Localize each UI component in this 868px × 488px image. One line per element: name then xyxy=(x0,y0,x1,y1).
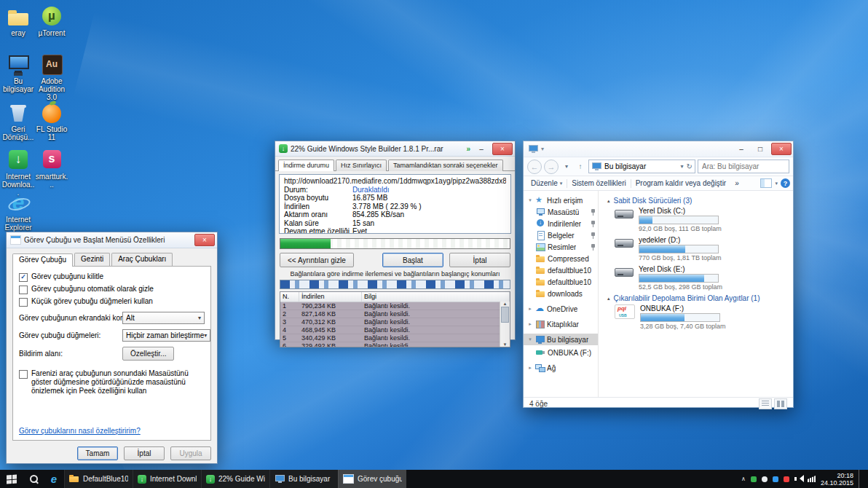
table-row[interactable]: 1790,234 KBBağlantı kesildi. xyxy=(280,302,510,310)
volume-icon[interactable] xyxy=(794,475,802,483)
sidebar-item-onedrive[interactable]: ▸ OneDrive xyxy=(524,303,598,315)
desktop-icon-eray[interactable]: eray xyxy=(1,4,35,37)
checkbox-box[interactable]: ✓ xyxy=(19,273,28,282)
search-box[interactable] xyxy=(698,160,789,173)
desktop-icon-this-pc[interactable]: Bu bilgisayar xyxy=(1,52,35,93)
taskbar-help-link[interactable]: Görev çubuklarını nasıl özelleştiririm? xyxy=(19,427,141,436)
desktop-icon-idm[interactable]: Internet Downloa... xyxy=(1,148,35,197)
address-dropdown-icon[interactable]: ▾ xyxy=(681,163,684,170)
refresh-icon[interactable]: ↻ xyxy=(687,162,693,170)
apply-button[interactable]: Uygula xyxy=(170,446,211,460)
taskbar-location-select[interactable]: Alt ▾ xyxy=(122,312,205,324)
tab-options-after-complete[interactable]: Tamamlandıktan sonraki seçenekler xyxy=(388,160,503,171)
desktop-icon-internet-explorer[interactable]: Internet Explorer xyxy=(1,191,35,232)
minimize-button[interactable]: – xyxy=(473,143,489,154)
tab-navigation[interactable]: Gezinti xyxy=(74,253,110,266)
sidebar-item-compressed[interactable]: Compressed xyxy=(524,253,598,264)
column-header[interactable]: Bilgi xyxy=(362,292,510,302)
taskbar-button-download-window[interactable]: 22% Guide Window... xyxy=(201,470,269,488)
menu-overflow[interactable]: » xyxy=(730,176,743,190)
taskbar-button-taskbar-properties[interactable]: Görev çubuğu ve B... xyxy=(338,470,406,488)
tree-open-icon[interactable]: ▾ xyxy=(527,197,533,203)
taskbar-button-idm[interactable]: Internet Download ... xyxy=(133,470,201,488)
internet-explorer-taskbar-button[interactable]: e xyxy=(44,470,64,488)
close-button[interactable]: × xyxy=(194,234,215,246)
checkbox-box[interactable] xyxy=(19,298,28,307)
desktop-icon-recycle-bin[interactable]: Geri Dönüşü... xyxy=(1,101,35,141)
idm-titlebar[interactable]: 22% Guide Windows Style Builder 1.8.1 Pr… xyxy=(275,141,515,157)
tree-open-icon[interactable]: ▾ xyxy=(527,337,533,342)
sidebar-item-desktop[interactable]: Masaüstü xyxy=(524,206,598,218)
tab-toolbars[interactable]: Araç Çubukları xyxy=(111,253,173,266)
help-icon[interactable]: ? xyxy=(781,178,790,188)
group-header-hard-disks[interactable]: ▴ Sabit Disk Sürücüleri (3) xyxy=(607,197,793,205)
menu-uninstall-program[interactable]: Program kaldır veya değiştir xyxy=(631,176,731,190)
dialog-titlebar[interactable]: Görev Çubuğu ve Başlat Menüsü Özellikler… xyxy=(7,232,217,248)
tray-app-icon[interactable] xyxy=(762,476,768,482)
sidebar-item-downloads[interactable]: İndirilenler xyxy=(524,218,598,229)
close-button[interactable]: × xyxy=(771,143,792,155)
collapse-group-icon[interactable]: ▴ xyxy=(607,296,610,302)
table-scrollbar[interactable]: ▲ ▼ xyxy=(500,302,510,347)
hide-details-button[interactable]: << Ayrıntıları gizle xyxy=(280,253,354,267)
sidebar-item-defaultblue10[interactable]: defaultblue10 xyxy=(524,276,598,288)
sidebar-item-quick-access[interactable]: ▾ Hızlı erişim xyxy=(524,194,598,206)
chevron-down-icon[interactable]: ▾ xyxy=(772,181,781,186)
tray-app-icon[interactable] xyxy=(784,476,789,482)
column-header[interactable]: İndirilen xyxy=(299,292,362,302)
tray-overflow-icon[interactable]: ∧ xyxy=(741,476,746,482)
tab-taskbar[interactable]: Görev Çubuğu xyxy=(12,253,73,267)
drive-item-c[interactable]: Yerel Disk (C:) 92,0 GB boş, 111 GB topl… xyxy=(615,207,793,232)
explorer-search-input[interactable] xyxy=(701,162,786,171)
column-header[interactable]: N. xyxy=(280,292,299,302)
ok-button[interactable]: Tamam xyxy=(77,446,118,460)
cancel-button[interactable]: İptal xyxy=(449,253,510,267)
back-button[interactable]: ← xyxy=(527,160,542,174)
desktop-icon-smartturk[interactable]: smartturk... xyxy=(35,148,68,189)
address-bar[interactable]: Bu bilgisayar ▾ ↻ xyxy=(588,160,695,173)
tree-closed-icon[interactable]: ▸ xyxy=(527,365,533,371)
chevron-down-icon[interactable]: ▾ xyxy=(541,146,544,152)
recent-locations-dropdown[interactable]: ▾ xyxy=(561,161,572,173)
show-desktop-button[interactable] xyxy=(859,470,863,488)
close-button[interactable]: × xyxy=(492,143,513,155)
cancel-button[interactable]: İptal xyxy=(124,446,165,460)
sidebar-item-downloads-folder[interactable]: downloads xyxy=(524,288,598,299)
explorer-titlebar[interactable]: ▾ – □ × xyxy=(524,141,793,157)
checkbox-lock-taskbar[interactable]: ✓ Görev çubuğunu kilitle xyxy=(19,272,205,282)
start-button[interactable] xyxy=(0,470,23,488)
up-button[interactable]: ↑ xyxy=(575,161,586,173)
table-row[interactable]: 3470,312 KBBağlantı kesildi. xyxy=(280,318,510,326)
drive-item-d[interactable]: yedekler (D:) 770 GB boş, 1,81 TB toplam xyxy=(615,236,793,261)
network-icon[interactable] xyxy=(808,476,816,482)
collapse-group-icon[interactable]: ▴ xyxy=(607,198,610,204)
start-button[interactable]: Başlat xyxy=(382,253,443,267)
details-view-button[interactable] xyxy=(759,398,772,409)
search-button[interactable] xyxy=(23,470,44,488)
checkbox-peek[interactable]: Farenizi araç çubuğunun sonundaki Masaüs… xyxy=(19,369,205,395)
menu-duzenle[interactable]: Düzenle ▾ xyxy=(526,176,567,190)
scroll-down-icon[interactable]: ▼ xyxy=(503,342,508,347)
scrollbar-thumb[interactable] xyxy=(501,307,509,323)
checkbox-box[interactable] xyxy=(19,286,28,294)
menu-system-properties[interactable]: Sistem özellikleri xyxy=(567,176,630,190)
sidebar-item-libraries[interactable]: ▸ Kitaplıklar xyxy=(524,318,598,330)
sidebar-item-network[interactable]: ▸ Ağ xyxy=(524,362,598,374)
drive-item-e[interactable]: Yerel Disk (E:) 52,5 GB boş, 298 GB topl… xyxy=(615,265,793,291)
drive-item-f[interactable]: ONBUKA (F:) 3,28 GB boş, 7,40 GB toplam xyxy=(615,304,793,330)
sidebar-item-documents[interactable]: Belgeler xyxy=(524,229,598,241)
sidebar-item-pictures[interactable]: Resimler xyxy=(524,241,598,253)
table-row[interactable]: 5340,429 KBBağlantı kesildi. xyxy=(280,334,510,342)
checkbox-box[interactable] xyxy=(19,370,28,379)
desktop-icon-adobe-audition[interactable]: Adobe Audition 3.0 xyxy=(35,52,68,101)
desktop-icon-fl-studio[interactable]: FL Studio 11 xyxy=(35,101,68,141)
maximize-button[interactable]: □ xyxy=(752,143,768,154)
forward-button[interactable]: → xyxy=(544,160,559,174)
taskbar-buttons-select[interactable]: Hiçbir zaman birleştirme ▾ xyxy=(122,329,210,342)
minimize-button[interactable]: – xyxy=(733,143,749,154)
checkbox-autohide-taskbar[interactable]: Görev çubuğunu otomatik olarak gizle xyxy=(19,285,205,294)
clock[interactable]: 20:18 24.10.2015 xyxy=(821,472,853,487)
thumbnails-view-button[interactable] xyxy=(774,398,787,409)
tree-closed-icon[interactable]: ▸ xyxy=(527,321,533,327)
tab-download-status[interactable]: İndirme durumu xyxy=(278,160,334,171)
